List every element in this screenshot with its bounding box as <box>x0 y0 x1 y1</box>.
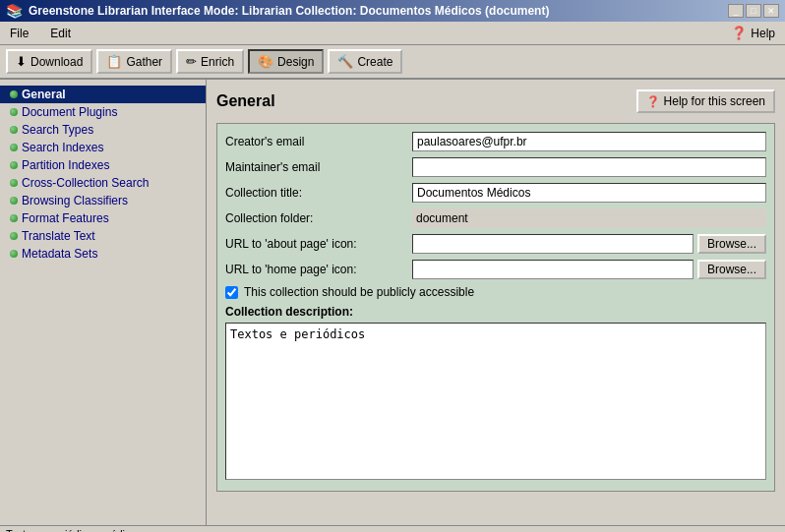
home-page-icon-row: URL to 'home page' icon: Browse... <box>225 260 766 279</box>
create-button[interactable]: Create <box>328 49 402 74</box>
help-screen-label: Help for this screen <box>664 94 765 108</box>
help-screen-icon <box>646 94 660 108</box>
publicly-accessible-label[interactable]: This collection should be publicly acces… <box>244 285 474 299</box>
collection-folder-value: document <box>412 208 766 228</box>
sidebar-item-search-types[interactable]: Search Types <box>0 121 206 139</box>
gather-label: Gather <box>126 55 162 69</box>
sidebar-item-metadata-sets[interactable]: Metadata Sets <box>0 245 206 263</box>
title-bar: Greenstone Librarian Interface Mode: Lib… <box>0 0 785 22</box>
sidebar-dot-search-types <box>10 126 18 134</box>
sidebar-dot-translate-text <box>10 232 18 240</box>
sidebar-label-cross-collection-search: Cross-Collection Search <box>22 176 149 190</box>
design-icon <box>258 54 273 69</box>
home-page-browse-button[interactable]: Browse... <box>697 260 766 279</box>
design-label: Design <box>277 55 314 69</box>
sidebar-item-cross-collection-search[interactable]: Cross-Collection Search <box>0 174 206 192</box>
sidebar-dot-partition-indexes <box>10 161 18 169</box>
window-title: Greenstone Librarian Interface Mode: Lib… <box>29 4 549 18</box>
design-button[interactable]: Design <box>248 49 324 74</box>
download-icon <box>16 54 27 69</box>
status-bar: Textos e periódicos médicos <box>0 525 785 532</box>
collection-title-input[interactable] <box>412 183 766 203</box>
description-textarea[interactable]: Textos e periódicos <box>225 323 766 480</box>
help-label: Help <box>751 27 775 40</box>
sidebar-item-search-indexes[interactable]: Search Indexes <box>0 139 206 156</box>
collection-folder-row: Collection folder: document <box>225 208 766 228</box>
creators-email-label: Creator's email <box>225 135 412 148</box>
create-icon <box>337 54 353 69</box>
close-button[interactable]: ✕ <box>763 4 779 18</box>
menu-file[interactable]: File <box>4 25 34 42</box>
sidebar-label-translate-text: Translate Text <box>22 229 95 243</box>
sidebar-dot-browsing-classifiers <box>10 197 18 205</box>
panel-title: General <box>216 92 275 110</box>
sidebar-item-partition-indexes[interactable]: Partition Indexes <box>0 156 206 174</box>
sidebar-dot-format-features <box>10 214 18 222</box>
sidebar: General Document Plugins Search Types Se… <box>0 80 207 525</box>
download-button[interactable]: Download <box>6 49 92 74</box>
sidebar-label-metadata-sets: Metadata Sets <box>22 247 97 261</box>
download-label: Download <box>30 55 83 69</box>
collection-folder-label: Collection folder: <box>225 211 412 225</box>
gather-button[interactable]: Gather <box>96 49 172 74</box>
home-page-icon-field-group: Browse... <box>412 260 766 279</box>
status-text: Textos e periódicos médicos <box>6 528 142 532</box>
sidebar-dot-general <box>10 90 18 98</box>
sidebar-label-search-types: Search Types <box>22 123 93 137</box>
maintainers-email-row: Maintainer's email <box>225 157 766 177</box>
sidebar-label-document-plugins: Document Plugins <box>22 105 117 119</box>
sidebar-dot-cross-collection-search <box>10 179 18 187</box>
enrich-label: Enrich <box>201 55 234 69</box>
create-label: Create <box>357 55 392 69</box>
sidebar-dot-search-indexes <box>10 144 18 151</box>
about-page-icon-field-group: Browse... <box>412 234 766 254</box>
sidebar-label-browsing-classifiers: Browsing Classifiers <box>22 194 128 207</box>
app-icon <box>6 3 23 19</box>
gather-icon <box>106 54 122 69</box>
title-bar-controls[interactable]: _ □ ✕ <box>728 4 779 18</box>
menu-edit[interactable]: Edit <box>44 25 77 42</box>
collection-title-label: Collection title: <box>225 186 412 200</box>
collection-title-row: Collection title: <box>225 183 766 203</box>
menu-help[interactable]: Help <box>725 24 781 42</box>
right-panel: General Help for this screen Creator's e… <box>207 80 785 525</box>
home-page-icon-input[interactable] <box>412 260 694 279</box>
sidebar-item-format-features[interactable]: Format Features <box>0 209 206 227</box>
title-bar-left: Greenstone Librarian Interface Mode: Lib… <box>6 3 549 19</box>
about-page-browse-button[interactable]: Browse... <box>697 234 766 254</box>
publicly-accessible-checkbox[interactable] <box>225 286 238 299</box>
sidebar-item-document-plugins[interactable]: Document Plugins <box>0 103 206 121</box>
about-page-icon-label: URL to 'about page' icon: <box>225 237 412 251</box>
help-icon <box>731 26 747 40</box>
minimize-button[interactable]: _ <box>728 4 744 18</box>
sidebar-label-partition-indexes: Partition Indexes <box>22 158 109 172</box>
form-table: Creator's email Maintainer's email Colle… <box>216 123 775 492</box>
maintainers-email-label: Maintainer's email <box>225 160 412 174</box>
enrich-button[interactable]: Enrich <box>176 49 244 74</box>
sidebar-label-general: General <box>22 88 66 101</box>
toolbar: Download Gather Enrich Design Create <box>0 45 785 80</box>
menu-bar: File Edit Help <box>0 22 785 45</box>
help-screen-button[interactable]: Help for this screen <box>636 89 775 113</box>
sidebar-label-format-features: Format Features <box>22 211 109 225</box>
about-page-icon-input[interactable] <box>412 234 694 254</box>
creators-email-row: Creator's email <box>225 132 766 151</box>
sidebar-item-translate-text[interactable]: Translate Text <box>0 227 206 245</box>
description-label: Collection description: <box>225 305 766 319</box>
publicly-accessible-row: This collection should be publicly acces… <box>225 285 766 299</box>
enrich-icon <box>186 54 197 69</box>
creators-email-input[interactable] <box>412 132 766 151</box>
sidebar-dot-document-plugins <box>10 108 18 116</box>
panel-header: General Help for this screen <box>216 89 775 113</box>
about-page-icon-row: URL to 'about page' icon: Browse... <box>225 234 766 254</box>
description-section: Collection description: Textos e periódi… <box>225 305 766 483</box>
sidebar-dot-metadata-sets <box>10 250 18 258</box>
sidebar-item-browsing-classifiers[interactable]: Browsing Classifiers <box>0 192 206 209</box>
main-content: General Document Plugins Search Types Se… <box>0 80 785 525</box>
sidebar-label-search-indexes: Search Indexes <box>22 141 103 154</box>
maintainers-email-input[interactable] <box>412 157 766 177</box>
home-page-icon-label: URL to 'home page' icon: <box>225 263 412 276</box>
maximize-button[interactable]: □ <box>746 4 761 18</box>
sidebar-item-general[interactable]: General <box>0 86 206 103</box>
